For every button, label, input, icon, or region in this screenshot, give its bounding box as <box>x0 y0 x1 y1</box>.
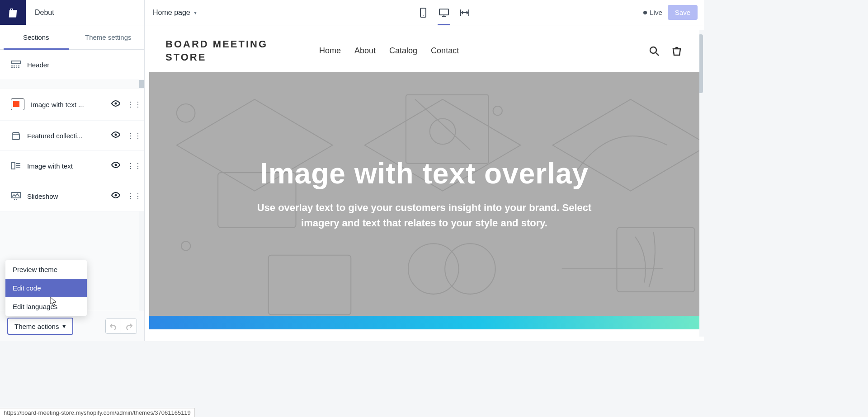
page-selector[interactable]: Home page ▾ <box>145 0 244 25</box>
theme-actions-menu: Preview theme Edit code Edit languages <box>5 260 87 316</box>
svg-point-11 <box>177 104 195 122</box>
topbar-right: Live Save <box>643 0 704 25</box>
caret-down-icon: ▾ <box>62 322 66 330</box>
drag-handle[interactable]: ⋮⋮ <box>127 131 137 140</box>
drag-handle[interactable]: ⋮⋮ <box>127 162 137 170</box>
device-toggle-group <box>244 0 643 25</box>
search-icon[interactable] <box>648 45 660 57</box>
svg-point-4 <box>115 103 117 105</box>
live-indicator: Live <box>643 9 662 16</box>
svg-point-7 <box>115 164 117 166</box>
panel-tabs: Sections Theme settings <box>0 25 144 50</box>
color-thumb-icon <box>11 98 24 110</box>
svg-point-1 <box>423 15 424 16</box>
section-label: Slideshow <box>27 192 104 200</box>
store-header: BOARD MEETING STORE Home About Catalog C… <box>149 30 699 72</box>
header-icon <box>11 60 21 70</box>
section-label: Image with text ... <box>31 101 104 108</box>
svg-point-5 <box>115 134 117 136</box>
menu-item-edit-languages[interactable]: Edit languages <box>5 297 87 316</box>
store-icons <box>648 45 683 57</box>
drag-handle[interactable]: ⋮⋮ <box>127 100 137 109</box>
section-label: Image with text <box>27 162 104 170</box>
device-mobile-button[interactable] <box>416 5 430 20</box>
undo-button[interactable] <box>106 319 121 333</box>
page-selector-label: Home page <box>153 9 190 17</box>
left-panel: Sections Theme settings Header Image wit… <box>0 25 145 341</box>
section-label: Featured collecti... <box>27 132 104 140</box>
redo-button[interactable] <box>121 319 137 333</box>
visibility-toggle[interactable] <box>111 131 121 140</box>
svg-rect-3 <box>11 61 20 64</box>
svg-rect-15 <box>406 95 489 164</box>
svg-rect-6 <box>11 163 15 169</box>
nav-home[interactable]: Home <box>319 46 341 56</box>
hero-body: Use overlay text to give your customers … <box>244 200 605 231</box>
preview-area: BOARD MEETING STORE Home About Catalog C… <box>145 25 704 341</box>
live-label: Live <box>650 9 662 16</box>
svg-rect-20 <box>617 228 694 292</box>
visibility-toggle[interactable] <box>111 100 121 108</box>
section-row-image-with-text[interactable]: Image with text ⋮⋮ <box>0 151 144 181</box>
chevron-down-icon: ▾ <box>194 9 197 16</box>
menu-item-edit-code[interactable]: Edit code <box>5 279 87 297</box>
store-nav: Home About Catalog Contact <box>319 46 459 56</box>
svg-rect-2 <box>439 9 448 15</box>
fullwidth-icon <box>460 9 470 17</box>
live-dot-icon <box>643 11 647 14</box>
device-fullwidth-button[interactable] <box>458 5 472 20</box>
device-desktop-button[interactable] <box>437 5 451 20</box>
tab-theme-settings[interactable]: Theme settings <box>72 25 145 49</box>
hero-section[interactable]: Image with text overlay Use overlay text… <box>149 72 699 316</box>
section-row-header[interactable]: Header <box>0 50 144 80</box>
svg-point-13 <box>181 241 190 250</box>
section-row-featured-collection[interactable]: Featured collecti... ⋮⋮ <box>0 121 144 151</box>
theme-actions-label: Theme actions <box>14 323 59 330</box>
svg-point-17 <box>493 106 502 115</box>
svg-point-10 <box>650 47 656 53</box>
preview-frame: BOARD MEETING STORE Home About Catalog C… <box>149 30 699 337</box>
nav-contact[interactable]: Contact <box>431 46 459 56</box>
section-row-image-overlay[interactable]: Image with text ... ⋮⋮ <box>0 88 144 121</box>
drag-handle[interactable]: ⋮⋮ <box>127 192 137 201</box>
nav-catalog[interactable]: Catalog <box>389 46 417 56</box>
desktop-icon <box>439 8 449 17</box>
undo-redo-group <box>105 319 137 334</box>
theme-actions-button[interactable]: Theme actions ▾ <box>7 318 73 335</box>
section-label: Header <box>27 61 137 69</box>
visibility-toggle[interactable] <box>111 162 121 170</box>
theme-name: Debut <box>26 0 145 25</box>
redo-icon <box>125 323 133 330</box>
visibility-toggle[interactable] <box>111 192 121 200</box>
svg-point-9 <box>115 194 117 197</box>
svg-point-19 <box>445 244 495 294</box>
svg-rect-14 <box>269 255 351 315</box>
image-text-icon <box>11 161 21 171</box>
save-button[interactable]: Save <box>668 5 698 20</box>
hero-title: Image with text overlay <box>260 157 589 190</box>
nav-about[interactable]: About <box>354 46 376 56</box>
undo-icon <box>109 323 118 330</box>
hero-placeholder-art <box>149 72 699 316</box>
shopify-bag-icon <box>7 6 19 19</box>
menu-item-preview-theme[interactable]: Preview theme <box>5 260 87 279</box>
section-row-slideshow[interactable]: Slideshow ⋮⋮ <box>0 181 144 211</box>
collection-icon <box>11 131 21 141</box>
slideshow-icon <box>11 191 21 201</box>
mobile-icon <box>419 8 427 18</box>
tab-sections[interactable]: Sections <box>0 25 72 49</box>
cart-icon[interactable] <box>670 45 683 57</box>
shopify-logo[interactable] <box>0 0 26 25</box>
svg-point-16 <box>430 119 456 145</box>
store-title[interactable]: BOARD MEETING STORE <box>165 38 274 64</box>
svg-point-18 <box>408 244 459 294</box>
announcement-bar[interactable] <box>149 316 699 329</box>
topbar: Debut Home page ▾ Live Save <box>0 0 704 25</box>
